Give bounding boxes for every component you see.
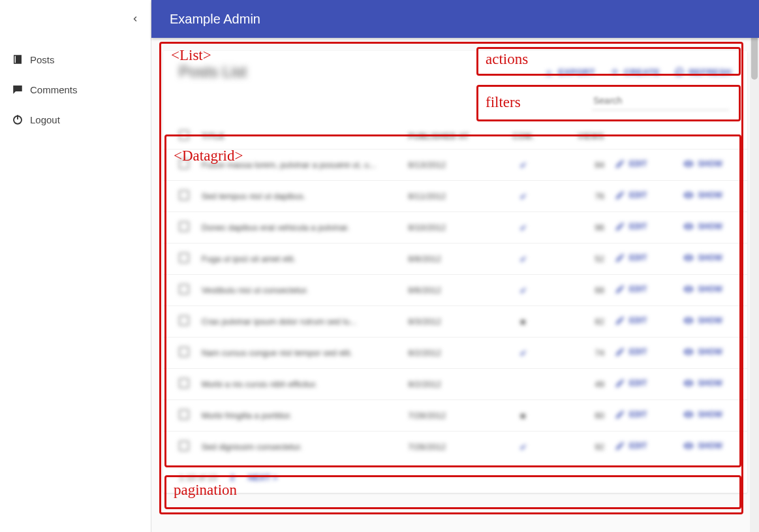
row-views: 82 xyxy=(554,306,609,337)
checkbox-icon[interactable] xyxy=(179,221,189,232)
show-button[interactable]: SHOW xyxy=(683,378,722,388)
checkbox-icon[interactable] xyxy=(179,441,189,451)
row-checkbox-cell[interactable] xyxy=(163,212,196,243)
col-show xyxy=(678,123,747,149)
edit-button[interactable]: EDIT xyxy=(615,190,647,200)
table-row[interactable]: Vestibulu nisi ut consectetur.8/6/2012✔6… xyxy=(163,275,747,306)
edit-button[interactable]: EDIT xyxy=(615,284,647,294)
edit-button[interactable]: EDIT xyxy=(615,378,647,388)
row-checkbox-cell[interactable] xyxy=(163,306,196,337)
row-com xyxy=(492,369,554,400)
col-com[interactable]: COM. xyxy=(492,123,554,149)
table-row[interactable]: Nam cursus congue nisl tempor sed elit.8… xyxy=(163,337,747,369)
vertical-scrollbar[interactable] xyxy=(750,0,759,532)
row-edit-cell: EDIT xyxy=(610,181,679,212)
edit-button[interactable]: EDIT xyxy=(615,441,647,451)
download-icon xyxy=(544,67,554,77)
show-button[interactable]: SHOW xyxy=(683,315,722,326)
power-icon xyxy=(12,114,30,125)
pencil-icon xyxy=(615,378,625,388)
eye-icon xyxy=(683,315,694,326)
show-button[interactable]: SHOW xyxy=(683,221,722,232)
edit-button[interactable]: EDIT xyxy=(615,221,647,232)
col-views[interactable]: VIEWS xyxy=(554,123,609,149)
table-row[interactable]: Sed dignissim consectetur.7/26/2012✔92ED… xyxy=(163,431,747,463)
sidebar-item-comments[interactable]: Comments xyxy=(0,74,151,104)
row-checkbox-cell[interactable] xyxy=(163,337,196,369)
pagination-next[interactable]: NEXT > xyxy=(248,473,278,482)
checkbox-icon[interactable] xyxy=(179,378,189,388)
star-icon: ★ xyxy=(519,317,527,327)
show-button[interactable]: SHOW xyxy=(683,190,722,200)
pagination: 1-10 of 13 2 NEXT > xyxy=(163,462,747,493)
row-checkbox-cell[interactable] xyxy=(163,369,196,400)
sidebar-item-label: Logout xyxy=(30,114,60,125)
check-icon: ✔ xyxy=(519,191,527,202)
edit-button[interactable]: EDIT xyxy=(615,253,647,263)
search-input[interactable] xyxy=(592,91,729,110)
row-show-cell: SHOW xyxy=(678,431,747,463)
checkbox-icon[interactable] xyxy=(179,190,189,200)
row-published: 8/11/2012 xyxy=(403,181,492,212)
show-button[interactable]: SHOW xyxy=(683,441,722,451)
row-checkbox-cell[interactable] xyxy=(163,431,196,463)
sidebar-item-label: Comments xyxy=(30,84,78,95)
col-checkbox[interactable] xyxy=(163,123,196,149)
sidebar-item-logout[interactable]: Logout xyxy=(0,104,151,134)
export-button[interactable]: EXPORT xyxy=(544,67,595,77)
show-button[interactable]: SHOW xyxy=(683,284,722,294)
row-checkbox-cell[interactable] xyxy=(163,243,196,275)
show-button[interactable]: SHOW xyxy=(683,347,722,357)
sidebar-item-label: Posts xyxy=(30,54,55,65)
action-label: CREATE xyxy=(624,67,660,77)
row-checkbox-cell[interactable] xyxy=(163,149,196,181)
row-title: Nam cursus congue nisl tempor sed elit. xyxy=(196,337,403,369)
table-row[interactable]: Sed tempus nisl ut dapibus.8/11/2012✔76E… xyxy=(163,181,747,212)
show-button[interactable]: SHOW xyxy=(683,253,722,263)
list-title: Posts List xyxy=(179,63,247,81)
pencil-icon xyxy=(615,315,625,326)
filters-row xyxy=(163,87,747,123)
row-views: 76 xyxy=(554,181,609,212)
row-show-cell: SHOW xyxy=(678,212,747,243)
create-button[interactable]: CREATE xyxy=(610,67,660,77)
show-button[interactable]: SHOW xyxy=(683,409,722,420)
row-show-cell: SHOW xyxy=(678,400,747,431)
edit-button[interactable]: EDIT xyxy=(615,315,647,326)
refresh-button[interactable]: REFRESH xyxy=(674,67,732,77)
col-published[interactable]: PUBLISHED AT xyxy=(403,123,492,149)
row-checkbox-cell[interactable] xyxy=(163,400,196,431)
app-title: Example Admin xyxy=(170,12,260,27)
row-title: Donec dapibus erat vehicula a pulvinar. xyxy=(196,212,403,243)
row-checkbox-cell[interactable] xyxy=(163,275,196,306)
chevron-left-icon xyxy=(131,15,139,23)
checkbox-icon[interactable] xyxy=(179,409,189,420)
edit-button[interactable]: EDIT xyxy=(615,347,647,357)
row-views: 49 xyxy=(554,369,609,400)
edit-button[interactable]: EDIT xyxy=(615,409,647,420)
checkbox-icon[interactable] xyxy=(179,347,189,357)
sidebar-item-posts[interactable]: Posts xyxy=(0,44,151,74)
checkbox-icon[interactable] xyxy=(179,315,189,326)
table-row[interactable]: Fusce massa lorem, pulvinar a posuere ut… xyxy=(163,149,747,181)
table-row[interactable]: Donec dapibus erat vehicula a pulvinar.8… xyxy=(163,212,747,243)
pencil-icon xyxy=(615,221,625,232)
edit-button[interactable]: EDIT xyxy=(615,159,647,169)
row-checkbox-cell[interactable] xyxy=(163,181,196,212)
sidebar-collapse-button[interactable] xyxy=(131,12,139,26)
row-views: 74 xyxy=(554,337,609,369)
table-row[interactable]: Cras pulvinar ipsum dolor rutrum sed lu.… xyxy=(163,306,747,337)
checkbox-icon[interactable] xyxy=(179,253,189,263)
show-button[interactable]: SHOW xyxy=(683,159,722,169)
col-title[interactable]: TITLE xyxy=(196,123,403,149)
list-card: Posts List EXPORT CREATE REFRESH xyxy=(163,51,747,493)
pencil-icon xyxy=(615,159,625,169)
checkbox-icon[interactable] xyxy=(179,284,189,294)
pagination-page[interactable]: 2 xyxy=(230,473,235,482)
row-views: 96 xyxy=(554,212,609,243)
table-row[interactable]: Morbi a nis cursis nibh efficitur.8/2/20… xyxy=(163,369,747,400)
checkbox-icon[interactable] xyxy=(179,159,189,169)
table-row[interactable]: Fuga ut ipsû sit amet elit.8/8/2012✔52ED… xyxy=(163,243,747,275)
table-row[interactable]: Morbi fringilla a porttitor.7/28/2012★60… xyxy=(163,400,747,431)
row-published: 7/28/2012 xyxy=(403,400,492,431)
